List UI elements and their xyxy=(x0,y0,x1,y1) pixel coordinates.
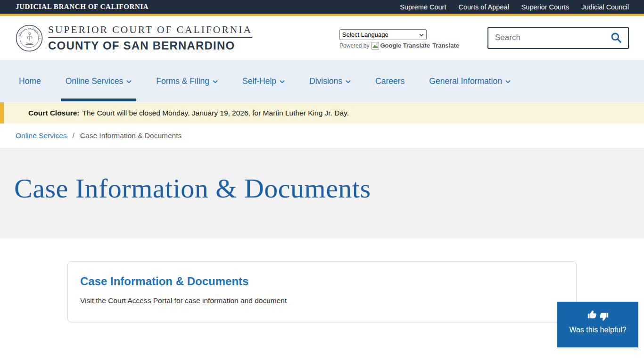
breadcrumb: Online Services / Case Information & Doc… xyxy=(0,123,644,148)
nav-item-online-services[interactable]: Online Services xyxy=(61,60,137,102)
google-translate-logo-icon xyxy=(372,42,379,49)
translate-block: Select Language Powered by Google Transl… xyxy=(339,27,459,49)
topbar-links: Supreme Court Courts of Appeal Superior … xyxy=(400,3,629,11)
page-title-band: Case Information & Documents xyxy=(0,148,644,239)
google-translate-alt-text: Google Translate xyxy=(380,42,429,49)
google-translate-attribution: Powered by Google Translate Translate xyxy=(339,42,459,49)
org-name-line1: SUPERIOR COURT OF CALIFORNIA xyxy=(48,24,252,38)
thumbs-up-button[interactable] xyxy=(587,309,597,319)
nav-label: Online Services xyxy=(66,76,124,86)
powered-by-label: Powered by xyxy=(339,42,369,49)
court-seal-icon: JUDICIAL BRANCH OF CALIFORNIA xyxy=(16,25,43,52)
search-icon xyxy=(610,32,622,44)
breadcrumb-current: Case Information & Documents xyxy=(80,132,182,140)
nav-label: Forms & Filing xyxy=(156,76,209,86)
nav-item-careers[interactable]: Careers xyxy=(371,60,409,102)
main-navigation: Home Online Services Forms & Filing Self… xyxy=(0,60,644,102)
nav-item-home[interactable]: Home xyxy=(14,60,46,102)
nav-item-general-information[interactable]: General Information xyxy=(424,60,515,102)
search-button[interactable] xyxy=(607,32,628,44)
court-closure-alert: Court Closure: The Court will be closed … xyxy=(0,102,644,123)
nav-item-divisions[interactable]: Divisions xyxy=(305,60,355,102)
main-content: Case Information & Documents Visit the C… xyxy=(0,239,644,322)
org-name-line2: COUNTY OF SAN BERNARDINO xyxy=(48,39,252,52)
thumbs-down-button[interactable] xyxy=(599,312,609,322)
topbar-link-supreme-court[interactable]: Supreme Court xyxy=(400,3,446,11)
nav-label: Careers xyxy=(375,76,405,86)
nav-label: General Information xyxy=(429,76,502,86)
breadcrumb-separator: / xyxy=(73,132,74,140)
topbar-link-courts-of-appeal[interactable]: Courts of Appeal xyxy=(458,3,509,11)
nav-label: Self-Help xyxy=(242,76,276,86)
chevron-down-icon xyxy=(505,80,511,83)
alert-text: The Court will be closed Monday, January… xyxy=(83,109,349,117)
topbar-link-superior-courts[interactable]: Superior Courts xyxy=(521,3,570,11)
thumbs-down-icon xyxy=(599,312,609,322)
case-information-card: Case Information & Documents Visit the C… xyxy=(67,261,577,322)
chevron-down-icon xyxy=(346,80,351,83)
nav-label: Home xyxy=(19,76,41,86)
language-select[interactable]: Select Language xyxy=(339,29,427,40)
translate-label: Translate xyxy=(432,42,459,49)
nav-label: Divisions xyxy=(309,76,342,86)
site-header: JUDICIAL BRANCH OF CALIFORNIA SUPERIOR C… xyxy=(0,16,644,60)
breadcrumb-link-online-services[interactable]: Online Services xyxy=(16,132,67,140)
nav-item-forms-filing[interactable]: Forms & Filing xyxy=(151,60,223,102)
chevron-down-icon xyxy=(280,80,285,83)
court-wordmark: SUPERIOR COURT OF CALIFORNIA COUNTY OF S… xyxy=(48,24,252,52)
chevron-down-icon xyxy=(126,80,132,83)
page-title: Case Information & Documents xyxy=(14,173,644,204)
thumbs-up-icon xyxy=(587,309,597,319)
alert-label: Court Closure: xyxy=(28,109,80,117)
search-input[interactable] xyxy=(488,33,607,42)
chevron-down-icon xyxy=(213,80,218,83)
card-heading-link[interactable]: Case Information & Documents xyxy=(80,275,564,288)
feedback-label: Was this helpful? xyxy=(557,326,638,334)
nav-item-self-help[interactable]: Self-Help xyxy=(238,60,289,102)
government-topbar: JUDICIAL BRANCH OF CALIFORNIA Supreme Co… xyxy=(0,0,644,16)
site-search xyxy=(487,27,629,49)
judicial-branch-brand: JUDICIAL BRANCH OF CALIFORNIA xyxy=(16,3,149,11)
topbar-link-judicial-council[interactable]: Judicial Council xyxy=(581,3,629,11)
card-body-text: Visit the Court Access Portal for case i… xyxy=(80,296,564,305)
feedback-widget[interactable]: Was this helpful? xyxy=(557,302,638,347)
court-logo-link[interactable]: JUDICIAL BRANCH OF CALIFORNIA SUPERIOR C… xyxy=(16,24,252,52)
